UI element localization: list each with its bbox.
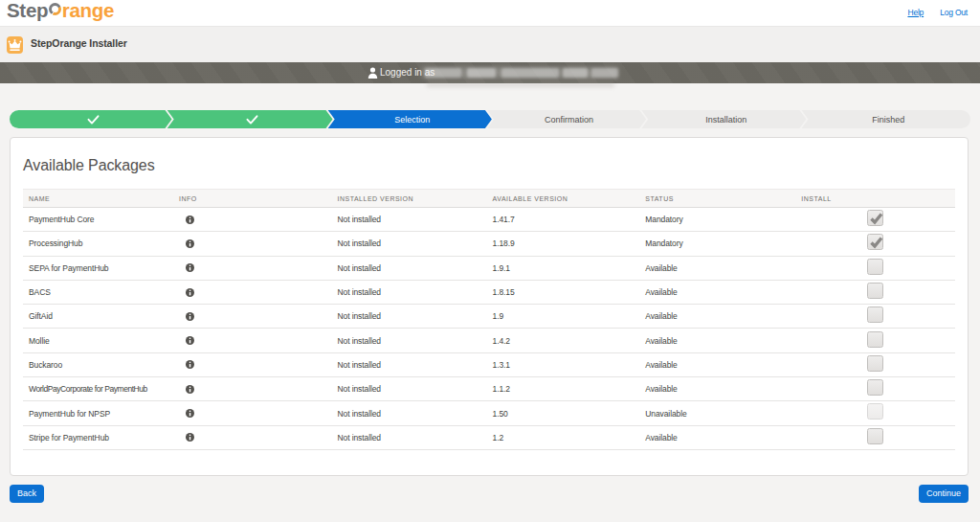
svg-text:Installation: Installation (705, 115, 746, 125)
svg-text:Finished: Finished (872, 115, 904, 125)
svg-text:Confirmation: Confirmation (545, 115, 593, 125)
svg-text:Selection: Selection (394, 115, 430, 125)
